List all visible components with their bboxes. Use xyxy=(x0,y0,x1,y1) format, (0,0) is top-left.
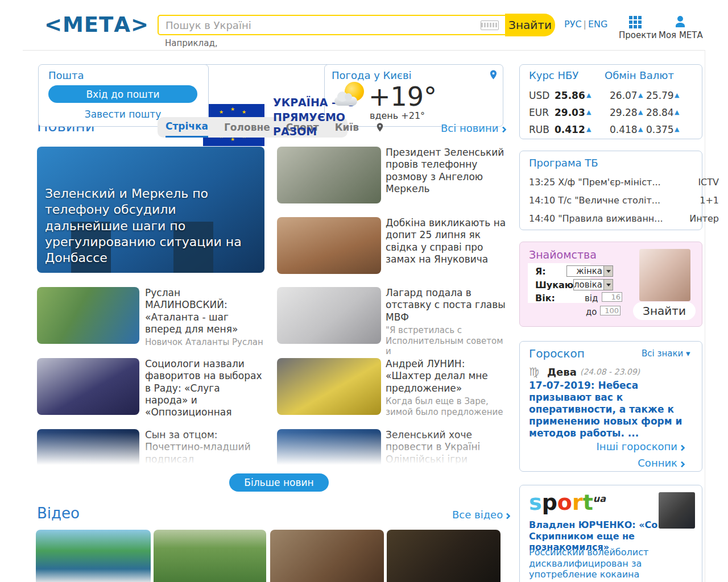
caret-down-icon xyxy=(606,284,611,286)
tab-stricka[interactable]: Стрічка xyxy=(166,117,208,138)
language-switcher: РУС|ENG xyxy=(564,19,607,30)
article-title[interactable]: Андрей ЛУНИН: «Шахтер делал мне предложе… xyxy=(386,358,510,394)
currency-buy-value: 29.28 xyxy=(610,107,638,118)
tv-program-row[interactable]: 13:25 Х/ф "Прем'єр-мініст... xyxy=(529,177,661,188)
article-thumbnail[interactable] xyxy=(37,358,139,415)
article-subtitle: "Я встретилась с Исполнительным советом … xyxy=(386,325,510,357)
projects-grid-icon[interactable] xyxy=(629,16,632,19)
currency-code: RUB xyxy=(529,124,549,135)
video-thumbnail[interactable] xyxy=(387,530,500,582)
currency-sell-value: 0.375 xyxy=(646,124,674,135)
dating-to-label: до xyxy=(586,307,597,317)
video-thumbnail[interactable] xyxy=(36,530,151,582)
other-horoscopes-link[interactable]: Інші гороскопи xyxy=(519,440,684,452)
user-icon[interactable] xyxy=(673,15,687,28)
article-subtitle: Когда был еще в Заре, зимой было предлож… xyxy=(386,396,510,418)
tv-show: Х/ф "Прем'єр-мініст... xyxy=(558,177,660,188)
article-thumbnail[interactable] xyxy=(277,147,381,203)
main-article-card[interactable]: Зеленский и Меркель по телефону обсудили… xyxy=(37,147,264,273)
dating-age-from-input[interactable] xyxy=(602,292,622,302)
article-title[interactable]: Лагард подала в отставку с поста главы М… xyxy=(386,287,510,323)
dream-book-link[interactable]: Сонник xyxy=(519,457,684,469)
search-button[interactable]: Знайти xyxy=(505,14,555,36)
tv-time: 13:25 xyxy=(529,177,555,188)
dating-from-label: від xyxy=(585,293,598,304)
tv-channel[interactable]: 1+1 xyxy=(700,195,719,206)
all-videos-label: Все відео xyxy=(452,509,503,521)
currency-nbu-value: 0.412 xyxy=(555,124,585,135)
location-pin-icon[interactable] xyxy=(488,69,499,80)
all-videos-link[interactable]: Все відео xyxy=(452,509,510,521)
dating-seek-value: чоловіка xyxy=(574,280,603,290)
search-input[interactable] xyxy=(158,15,506,35)
lang-rus-link[interactable]: РУС xyxy=(564,19,582,30)
tv-program-row[interactable]: 14:10 Т/с "Величне століт... xyxy=(529,195,660,206)
sport-article-thumbnail[interactable] xyxy=(659,492,695,529)
dropdown-button[interactable] xyxy=(603,280,613,290)
up-arrow-icon: ▲ xyxy=(638,126,643,133)
chevron-right-icon xyxy=(679,461,685,467)
tv-time: 14:40 xyxy=(529,213,555,224)
up-arrow-icon: ▲ xyxy=(675,92,679,99)
tab-golovne[interactable]: Головне xyxy=(224,118,270,137)
sport-news-link[interactable]: Российский волейболист дисквалифицирован… xyxy=(529,547,677,580)
dating-seek-label: Шукаю: xyxy=(535,280,577,290)
dream-book-label: Сонник xyxy=(638,457,677,469)
zodiac-sign-name[interactable]: Дева xyxy=(547,366,577,378)
mail-login-button[interactable]: Вхід до пошти xyxy=(48,85,197,103)
video-section-title: Відео xyxy=(37,505,80,522)
tv-title-link[interactable]: Програма ТБ xyxy=(529,157,598,169)
article-title[interactable]: Президент Зеленський провів телефонну ро… xyxy=(386,147,510,195)
video-thumbnail[interactable] xyxy=(270,530,384,582)
horoscope-title-link[interactable]: Гороскоп xyxy=(529,347,585,360)
all-news-link[interactable]: Всі новини xyxy=(441,122,506,134)
dating-find-button[interactable]: Знайти xyxy=(633,302,696,320)
article-title[interactable]: Добкіна викликають на допит 25 липня як … xyxy=(386,217,510,265)
article-thumbnail[interactable] xyxy=(277,217,381,274)
weather-title-link[interactable]: Погода у Києві xyxy=(332,69,412,81)
video-thumbnail[interactable] xyxy=(154,530,266,582)
nbu-rates-link[interactable]: Курс НБУ xyxy=(529,69,578,81)
content-right-divider xyxy=(705,50,705,582)
chevron-right-icon xyxy=(679,444,685,451)
weather-current-icon xyxy=(334,81,371,113)
keyboard-icon[interactable] xyxy=(481,20,499,30)
article-item: Андрей ЛУНИН: «Шахтер делал мне предложе… xyxy=(386,358,510,417)
horoscope-text: 17-07-2019: Небеса призывают вас к опера… xyxy=(529,380,694,439)
dating-seek-select[interactable]: чоловіка xyxy=(573,279,613,290)
dating-age-to-input[interactable] xyxy=(600,306,621,315)
dropdown-button[interactable] xyxy=(603,266,613,276)
article-thumbnail[interactable] xyxy=(277,287,381,344)
mail-title-link[interactable]: Пошта xyxy=(48,69,84,81)
dating-gender-select[interactable]: жінка xyxy=(566,265,613,277)
article-item: Лагард подала в отставку с поста главы М… xyxy=(386,287,510,357)
zodiac-dates: (24.08 - 23.09) xyxy=(580,367,640,376)
dating-title-link[interactable]: Знайомства xyxy=(529,248,597,261)
article-title[interactable]: Социологи назвали фаворитов на выборах в… xyxy=(145,358,266,418)
currency-sell-value: 25.79 xyxy=(646,90,674,101)
tv-show: "Правила виживанн... xyxy=(558,213,663,224)
article-thumbnail[interactable] xyxy=(37,287,139,344)
eu-star-icon: ★ xyxy=(242,109,246,115)
tv-channel[interactable]: ICTV xyxy=(698,177,719,188)
tv-program-row[interactable]: 14:40 "Правила виживанн... xyxy=(529,213,663,224)
more-news-button[interactable]: Більше новин xyxy=(229,473,329,492)
my-meta-label[interactable]: Моя МЕТА xyxy=(659,30,703,40)
logo-letter: t xyxy=(583,490,593,515)
caret-down-icon xyxy=(606,270,611,273)
article-title[interactable]: Руслан МАЛИНОВСКИЙ: «Аталанта - шаг впер… xyxy=(145,287,266,335)
weather-daytime-temp: вдень +21° xyxy=(370,110,425,121)
article-thumbnail[interactable] xyxy=(277,358,381,415)
chevron-right-icon xyxy=(500,126,506,132)
sport-ua-logo[interactable]: sportua xyxy=(529,490,606,515)
up-arrow-icon: ▲ xyxy=(586,126,591,133)
chevron-right-icon xyxy=(504,513,511,519)
all-signs-dropdown[interactable]: Всі знаки ▾ xyxy=(642,348,690,359)
currency-code: EUR xyxy=(529,107,549,118)
tv-show: Т/с "Величне століт... xyxy=(558,195,660,206)
tv-channel[interactable]: Интер xyxy=(689,213,719,224)
exchange-rates-link[interactable]: Обмін Валют xyxy=(605,69,674,81)
projects-label[interactable]: Проекти xyxy=(619,30,657,40)
meta-logo[interactable]: <МЕТА> xyxy=(44,13,149,37)
lang-eng-link[interactable]: ENG xyxy=(588,19,607,30)
